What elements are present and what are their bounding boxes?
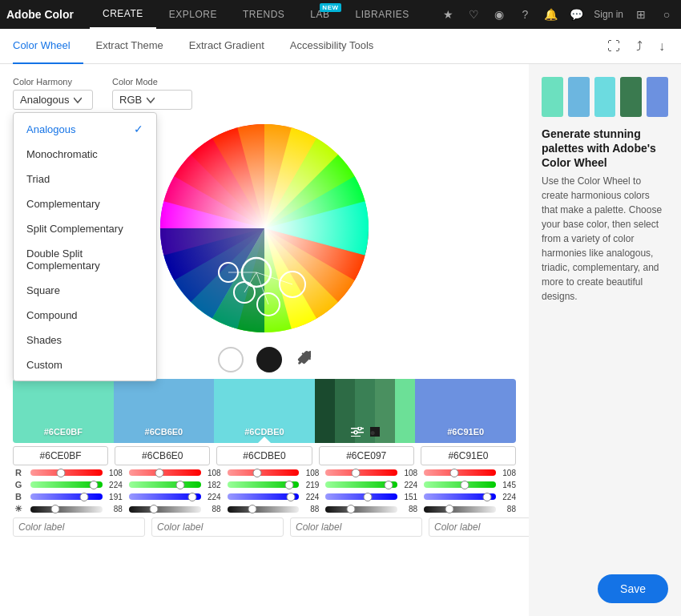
dropdown-item-complementary[interactable]: Complementary	[14, 191, 156, 216]
slider-track-brightness-3[interactable]	[325, 506, 397, 513]
slider-track-G-0[interactable]	[30, 481, 103, 488]
slider-track-G-3[interactable]	[325, 481, 397, 488]
slider-thumb-brightness-4[interactable]	[445, 505, 453, 513]
dropdown-item-custom[interactable]: Custom	[14, 352, 156, 377]
white-tool[interactable]	[218, 347, 244, 372]
app-logo[interactable]: Adobe Color	[6, 8, 74, 21]
slider-track-B-2[interactable]	[228, 493, 300, 500]
dropdown-item-analogous[interactable]: Analogous ✓	[14, 116, 156, 142]
slider-thumb-R-0[interactable]	[56, 469, 65, 477]
slider-thumb-brightness-3[interactable]	[346, 505, 355, 513]
nav-libraries[interactable]: LIBRARIES	[343, 0, 422, 29]
tab-extract-theme[interactable]: Extract Theme	[83, 29, 176, 64]
color-wheel-container[interactable]	[152, 116, 377, 340]
dropdown-item-double-split[interactable]: Double Split Complementary	[14, 241, 156, 278]
swatch-2[interactable]: #6CB6E0	[114, 379, 215, 443]
slider-thumb-G-4[interactable]	[461, 481, 469, 489]
slider-track-R-1[interactable]	[129, 469, 201, 476]
slider-thumb-G-1[interactable]	[175, 481, 184, 489]
slider-track-brightness-0[interactable]	[30, 506, 103, 513]
share-icon[interactable]: ⤴	[633, 36, 646, 57]
chat-icon[interactable]: 💬	[568, 6, 584, 22]
slider-track-R-0[interactable]	[30, 469, 103, 476]
hex-input-3[interactable]	[216, 446, 312, 465]
slider-track-G-1[interactable]	[129, 481, 201, 488]
slider-thumb-R-2[interactable]	[253, 469, 262, 477]
slider-track-G-2[interactable]	[228, 481, 300, 488]
notification-icon[interactable]: 🔔	[542, 6, 558, 22]
slider-track-brightness-2[interactable]	[228, 506, 300, 513]
slider-thumb-B-0[interactable]	[80, 493, 89, 501]
mode-selected-value: RGB	[119, 94, 142, 106]
slider-thumb-R-1[interactable]	[155, 469, 163, 477]
slider-thumb-B-3[interactable]	[364, 493, 373, 501]
slider-thumb-G-0[interactable]	[90, 481, 99, 489]
hex-input-1[interactable]	[13, 446, 108, 465]
color-label-1[interactable]	[13, 517, 145, 537]
palette-swatch-3[interactable]	[594, 77, 616, 117]
slider-track-R-3[interactable]	[325, 469, 397, 476]
palette-swatch-1[interactable]	[542, 77, 563, 117]
grid-icon[interactable]: ⊞	[633, 6, 649, 22]
sign-in-link[interactable]: Sign in	[594, 9, 623, 20]
dropdown-item-square[interactable]: Square	[14, 278, 156, 303]
slider-track-B-4[interactable]	[424, 493, 496, 500]
save-button[interactable]: Save	[598, 574, 668, 603]
slider-thumb-B-1[interactable]	[187, 493, 196, 501]
swatch-3[interactable]: #6CDBE0	[214, 379, 315, 443]
hex-input-2[interactable]	[115, 446, 210, 465]
slider-track-G-4[interactable]	[424, 481, 496, 488]
dropdown-item-monochromatic[interactable]: Monochromatic	[14, 142, 156, 167]
mode-dropdown-button[interactable]: RGB	[112, 90, 192, 110]
slider-track-brightness-1[interactable]	[129, 506, 201, 513]
fullscreen-icon[interactable]: ⛶	[604, 36, 623, 57]
slider-thumb-R-3[interactable]	[352, 469, 361, 477]
help-icon[interactable]: ?	[517, 6, 533, 22]
dropdown-item-split-complementary[interactable]: Split Complementary	[14, 216, 156, 241]
eyedropper-button[interactable]	[295, 350, 311, 370]
swatch-5[interactable]: #6C91E0	[415, 379, 516, 443]
nav-explore[interactable]: EXPLORE	[156, 0, 230, 29]
slider-track-B-0[interactable]	[30, 493, 103, 500]
profile-icon[interactable]: ○	[659, 6, 675, 22]
color-wheel[interactable]	[152, 116, 377, 340]
slider-thumb-B-2[interactable]	[286, 493, 295, 501]
slider-track-B-1[interactable]	[129, 493, 201, 500]
color-label-4[interactable]	[429, 517, 529, 537]
slider-thumb-brightness-1[interactable]	[150, 505, 159, 513]
dropdown-item-triad[interactable]: Triad	[14, 167, 156, 191]
slider-thumb-B-4[interactable]	[483, 493, 492, 501]
slider-track-R-2[interactable]	[228, 469, 300, 476]
star-icon[interactable]: ★	[440, 6, 456, 22]
nav-lab[interactable]: LAB New	[297, 0, 342, 29]
download-icon[interactable]: ↓	[655, 36, 668, 57]
heart-icon[interactable]: ♡	[465, 6, 482, 22]
hex-input-4[interactable]	[319, 446, 414, 465]
swatch-1[interactable]: #6CE0BF	[13, 379, 114, 443]
slider-track-R-4[interactable]	[424, 469, 496, 476]
slider-track-brightness-4[interactable]	[424, 506, 496, 513]
nav-create[interactable]: CREATE	[90, 0, 156, 29]
dropdown-item-compound[interactable]: Compound	[14, 303, 156, 328]
harmony-dropdown-button[interactable]: Analogous	[13, 90, 93, 110]
color-label-3[interactable]	[290, 517, 422, 537]
hex-input-5[interactable]	[421, 446, 516, 465]
slider-thumb-G-2[interactable]	[284, 481, 293, 489]
slider-thumb-R-4[interactable]	[449, 469, 458, 477]
color-wheel-icon[interactable]: ◉	[491, 6, 507, 22]
slider-thumb-brightness-0[interactable]	[51, 505, 60, 513]
tab-accessibility-tools[interactable]: Accessibility Tools	[277, 29, 387, 64]
slider-track-B-3[interactable]	[325, 493, 397, 500]
palette-swatch-4[interactable]	[620, 77, 642, 117]
tab-extract-gradient[interactable]: Extract Gradient	[176, 29, 277, 64]
nav-trends[interactable]: TRENDS	[230, 0, 297, 29]
tab-color-wheel[interactable]: Color Wheel	[13, 29, 83, 64]
slider-thumb-G-3[interactable]	[385, 481, 393, 489]
palette-swatch-5[interactable]	[647, 77, 668, 117]
dropdown-item-shades[interactable]: Shades	[14, 328, 156, 352]
black-tool[interactable]	[256, 347, 282, 372]
swatch-4[interactable]: ●	[315, 379, 416, 443]
color-label-2[interactable]	[151, 517, 284, 537]
palette-swatch-2[interactable]	[568, 77, 590, 117]
slider-thumb-brightness-2[interactable]	[248, 505, 257, 513]
